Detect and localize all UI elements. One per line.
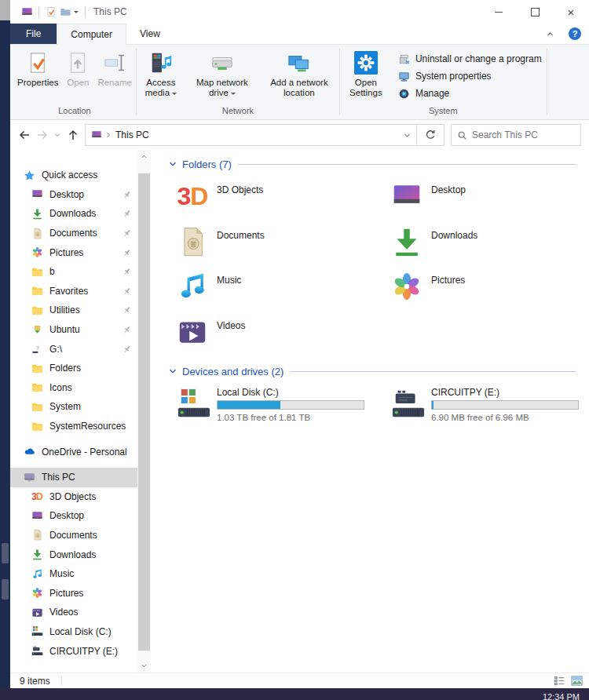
maximize-button[interactable] — [517, 0, 553, 24]
separator — [85, 6, 86, 18]
sidebar-item-videos[interactable]: Videos — [10, 603, 137, 622]
arrow-left-icon — [18, 129, 31, 141]
folder-icon — [31, 304, 43, 316]
scrollbar-thumb[interactable] — [138, 173, 150, 651]
close-button[interactable]: × — [553, 0, 589, 24]
pin-icon — [122, 228, 133, 239]
drives-group-header[interactable]: Devices and drives (2) — [168, 363, 576, 379]
taskbar-clock[interactable]: 12:34 PM — [543, 692, 580, 700]
sidebar-item-downloads[interactable]: Downloads — [10, 204, 137, 224]
help-button[interactable]: ? — [569, 27, 581, 40]
sidebar-item-folders[interactable]: Folders — [10, 359, 137, 378]
sidebar-item-3d-objects[interactable]: 3D3D Objects — [10, 487, 137, 507]
drive-tile-local-disk-c[interactable]: Local Disk (C:)1.03 TB free of 1.81 TB — [176, 387, 390, 431]
sidebar-item-pictures[interactable]: Pictures — [10, 583, 137, 603]
arrow-right-icon — [36, 129, 49, 141]
sidebar-item-music[interactable]: Music — [10, 564, 137, 584]
this-pc-app-icon — [20, 5, 34, 19]
sidebar-item-label: Desktop — [49, 510, 84, 521]
manage-button[interactable]: Manage — [393, 85, 547, 102]
sidebar-item-label: OneDrive - Personal — [42, 447, 127, 458]
recent-locations-button[interactable] — [51, 126, 64, 144]
properties-button[interactable]: Properties — [13, 48, 62, 89]
open-settings-button[interactable]: Open Settings — [340, 48, 392, 100]
taskbar[interactable]: 12:34 PM — [0, 688, 589, 700]
qat-properties-icon[interactable] — [44, 5, 58, 19]
folder-tile-documents[interactable]: Documents — [176, 225, 390, 271]
folders-grid: 3D3D ObjectsDesktopDocumentsDownloadsMus… — [176, 180, 576, 360]
sidebar-item-ubuntu[interactable]: Ubuntu — [10, 320, 137, 340]
rename-icon — [103, 49, 126, 76]
minimize-icon — [495, 12, 503, 13]
folder-tile-pictures[interactable]: Pictures — [390, 270, 576, 315]
sidebar-scrollbar[interactable] — [137, 150, 151, 673]
sidebar-item-b[interactable]: b — [10, 262, 137, 282]
minimize-button[interactable] — [481, 0, 517, 24]
sidebar-item-onedrive-personal[interactable]: OneDrive - Personal — [10, 442, 137, 461]
tab-file[interactable]: File — [10, 24, 57, 44]
breadcrumb-this-pc[interactable]: This PC — [115, 129, 149, 140]
sidebar-item-desktop[interactable]: Desktop — [10, 506, 137, 526]
qat-new-folder-icon[interactable] — [58, 5, 72, 19]
search-input[interactable]: Search This PC — [451, 124, 581, 146]
sidebar-item-g[interactable]: ?G:\ — [10, 339, 137, 359]
separator — [61, 676, 62, 686]
minimize-ribbon-button[interactable] — [540, 24, 559, 44]
add-network-location-button[interactable]: Add a network location — [259, 48, 339, 100]
sidebar-item-circuitpy-e[interactable]: CIRCUITPY (E:) — [10, 641, 137, 661]
chevron-down-icon — [53, 131, 61, 139]
system-properties-button[interactable]: System properties — [393, 67, 547, 85]
tab-view[interactable]: View — [126, 24, 174, 44]
pin-icon — [122, 286, 133, 297]
details-view-button[interactable] — [554, 675, 565, 687]
refresh-button[interactable] — [417, 124, 444, 146]
group-header-rule — [290, 371, 576, 372]
sidebar-item-documents[interactable]: Documents — [10, 526, 137, 545]
group-label-network: Network — [137, 105, 339, 119]
open-button: Open — [62, 48, 93, 89]
folder-tile-music[interactable]: Music — [176, 270, 390, 315]
address-field[interactable]: This PC — [85, 124, 417, 146]
back-button[interactable] — [15, 126, 33, 144]
sidebar-item-label: 3D Objects — [49, 491, 96, 502]
folder-tile-downloads[interactable]: Downloads — [390, 225, 576, 271]
folder-tile-videos[interactable]: Videos — [176, 315, 390, 361]
folder-tile-3d-objects[interactable]: 3D3D Objects — [176, 180, 390, 225]
tab-computer[interactable]: Computer — [57, 24, 126, 45]
large-icons-view-button[interactable] — [571, 675, 583, 687]
sidebar-item-local-disk-c[interactable]: Local Disk (C:) — [10, 622, 137, 642]
downloads-icon — [31, 207, 43, 220]
map-network-drive-button[interactable]: Map network drive — [185, 48, 259, 100]
scroll-up-button[interactable] — [137, 150, 151, 163]
sidebar-item-label: Videos — [49, 607, 78, 618]
sidebar-item-documents[interactable]: Documents — [10, 224, 137, 243]
sidebar-item-desktop[interactable]: Desktop — [10, 185, 137, 205]
tile-label: Music — [217, 275, 241, 315]
sidebar-item-pictures[interactable]: Pictures — [10, 242, 137, 262]
local-disk-icon — [176, 387, 212, 421]
address-dropdown-button[interactable] — [397, 131, 416, 140]
sidebar-item-downloads[interactable]: Downloads — [10, 545, 137, 564]
sidebar-item-systemresources[interactable]: SystemResources — [10, 417, 137, 436]
folder-icon — [31, 420, 43, 432]
qat-customize-dropdown-icon[interactable] — [74, 11, 79, 16]
sidebar-item-utilities[interactable]: Utilities — [10, 301, 137, 320]
uninstall-icon — [398, 53, 411, 65]
uninstall-program-button[interactable]: Uninstall or change a program — [393, 50, 547, 67]
sidebar-item-system[interactable]: System — [10, 397, 137, 417]
sidebar-item-favorites[interactable]: Favorites — [10, 282, 137, 301]
drive-tile-circuitpy-e[interactable]: CIRCUITPY (E:)6.90 MB free of 6.96 MB — [390, 387, 579, 431]
search-icon — [457, 130, 467, 140]
folders-group-header[interactable]: Folders (7) — [168, 156, 576, 172]
sidebar-item-this-pc[interactable]: This PC — [10, 468, 137, 487]
svg-text:?: ? — [35, 345, 38, 352]
sidebar-item-quick-access[interactable]: Quick access — [10, 166, 137, 185]
sidebar-item-icons[interactable]: Icons — [10, 378, 137, 398]
forward-button[interactable] — [33, 126, 51, 144]
tile-label: Videos — [217, 320, 245, 361]
folder-tile-desktop[interactable]: Desktop — [390, 180, 576, 225]
scroll-down-button[interactable] — [137, 659, 151, 673]
access-media-button[interactable]: Access media — [137, 48, 185, 100]
up-button[interactable] — [64, 126, 82, 144]
pin-icon — [122, 266, 133, 277]
